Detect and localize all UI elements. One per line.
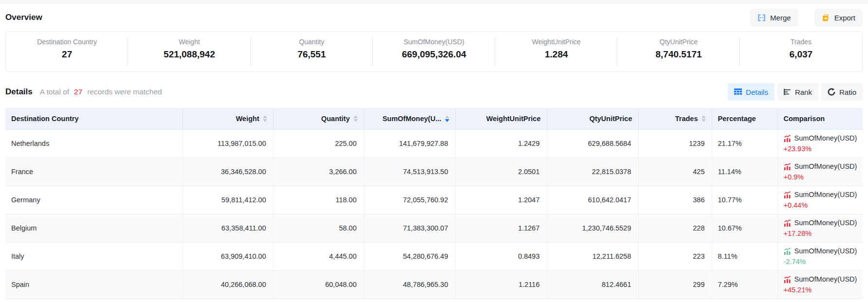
comparison-metric: SumOfMoney(USD)	[794, 191, 857, 198]
comparison-metric: SumOfMoney(USD)	[794, 275, 857, 283]
comparison-change: +17.28%	[784, 230, 857, 237]
export-button[interactable]: Export	[814, 9, 863, 27]
merge-button[interactable]: Merge	[750, 9, 798, 27]
stat-value: 521,088,942	[128, 49, 250, 60]
stat-value: 76,551	[251, 49, 373, 60]
comparison-change: +45.21%	[784, 286, 857, 294]
cell-percentage: 8.11%	[712, 242, 777, 270]
details-heading: Details	[5, 87, 33, 97]
column-header-percentage: Percentage	[712, 108, 777, 129]
table-row: Germany 59,811,412.00 118.00 72,055,760.…	[5, 186, 863, 214]
cell-destination-country: Netherlands	[5, 129, 183, 158]
cell-comparison: SumOfMoney(USD) +45.21%	[777, 270, 863, 299]
cell-destination-country: Spain	[5, 270, 183, 299]
stat-sum-of-money: SumOfMoney(USD) 669,095,326.04	[373, 32, 495, 71]
comparison-metric: SumOfMoney(USD)	[794, 162, 857, 170]
cell-quantity: 225.00	[273, 129, 364, 158]
sort-carets-icon[interactable]	[702, 115, 706, 122]
cell-qty-unit-price: 812.4661	[547, 270, 638, 299]
column-header-weight[interactable]: Weight	[183, 108, 273, 129]
merge-icon	[757, 14, 766, 22]
stat-destination-country: Destination Country 27	[6, 32, 128, 71]
comparison-metric: SumOfMoney(USD)	[794, 247, 857, 255]
sort-carets-icon[interactable]	[445, 115, 449, 122]
cell-trades: 223	[638, 242, 712, 270]
stat-label: SumOfMoney(USD)	[373, 38, 495, 46]
tab-rank[interactable]: Rank	[777, 83, 818, 101]
sort-carets-icon[interactable]	[263, 115, 267, 122]
details-heading-group: Details A total of27records were matched	[5, 87, 162, 97]
page: Overview Merge	[0, 8, 868, 299]
view-tabs: Details Rank	[728, 83, 863, 101]
cell-qty-unit-price: 12,211.6258	[547, 242, 638, 270]
stat-label: Weight	[128, 38, 250, 46]
mini-bar-chart-icon	[784, 276, 791, 283]
comparison-change: +23.93%	[784, 145, 857, 153]
cell-trades: 1239	[638, 129, 712, 158]
comparison-metric: SumOfMoney(USD)	[794, 219, 857, 227]
cell-comparison: SumOfMoney(USD) +17.28%	[777, 214, 863, 242]
mini-bar-chart-icon	[784, 191, 791, 198]
column-header-quantity[interactable]: Quantity	[273, 108, 364, 129]
sort-carets-icon[interactable]	[353, 115, 358, 122]
cell-destination-country: France	[5, 158, 183, 186]
details-table: Destination Country Weight Quantity	[5, 108, 863, 299]
tab-ratio[interactable]: Ratio	[821, 83, 863, 101]
cell-quantity: 4,445.00	[273, 242, 364, 270]
table-header-row: Destination Country Weight Quantity	[5, 108, 863, 129]
cell-weight: 63,909,410.00	[183, 242, 273, 270]
cell-weight-unit-price: 1.1267	[455, 214, 547, 242]
cell-sum-of-money: 48,786,965.30	[364, 270, 455, 299]
cell-percentage: 7.29%	[712, 270, 777, 299]
stat-value: 27	[6, 49, 128, 60]
comparison-change: +0.9%	[784, 173, 857, 181]
cell-percentage: 11.14%	[712, 158, 777, 186]
column-header-sum-of-money[interactable]: SumOfMoney(U...	[364, 108, 455, 129]
mini-bar-chart-icon	[784, 135, 791, 142]
topbar: Overview Merge	[5, 8, 863, 27]
cell-comparison: SumOfMoney(USD) +23.93%	[777, 129, 863, 158]
tab-details[interactable]: Details	[728, 83, 775, 101]
stat-trades: Trades 6,037	[740, 32, 862, 71]
table-row: Belgium 63,358,411.00 58.00 71,383,300.0…	[5, 214, 863, 242]
stat-label: Quantity	[251, 38, 373, 46]
table-row: Spain 40,266,068.00 60,048.00 48,786,965…	[5, 270, 863, 299]
mini-bar-chart-icon	[784, 219, 791, 227]
column-header-trades[interactable]: Trades	[638, 108, 712, 129]
cell-comparison: SumOfMoney(USD) -2.74%	[777, 242, 863, 270]
column-header-weight-unit-price: WeightUnitPrice	[455, 108, 547, 129]
stat-value: 6,037	[740, 49, 862, 60]
stat-label: WeightUnitPrice	[495, 38, 617, 46]
cell-qty-unit-price: 629,688.5684	[547, 129, 638, 158]
tab-ratio-label: Ratio	[839, 88, 856, 96]
cell-weight-unit-price: 1.2116	[455, 270, 547, 299]
stat-value: 1.284	[495, 49, 617, 60]
cell-sum-of-money: 54,280,676.49	[364, 242, 455, 270]
cell-qty-unit-price: 610,642.0417	[547, 186, 638, 214]
cell-weight: 113,987,015.00	[183, 129, 273, 158]
column-header-destination-country: Destination Country	[5, 108, 183, 129]
cell-percentage: 10.77%	[712, 186, 777, 214]
details-bar: Details A total of27records were matched…	[5, 83, 863, 101]
stat-value: 669,095,326.04	[373, 49, 495, 60]
cell-destination-country: Italy	[5, 242, 183, 270]
cell-quantity: 60,048.00	[273, 270, 364, 299]
stat-weight-unit-price: WeightUnitPrice 1.284	[495, 32, 617, 71]
mini-bar-chart-icon	[784, 163, 791, 170]
tab-rank-label: Rank	[795, 88, 812, 96]
cell-sum-of-money: 74,513,913.50	[364, 158, 455, 186]
cell-quantity: 58.00	[273, 214, 364, 242]
mini-bar-chart-icon	[784, 248, 791, 255]
table-row: Italy 63,909,410.00 4,445.00 54,280,676.…	[5, 242, 863, 270]
cell-trades: 386	[638, 186, 712, 214]
cell-weight: 59,811,412.00	[183, 186, 273, 214]
cell-weight: 40,266,068.00	[183, 270, 273, 299]
stat-quantity: Quantity 76,551	[251, 32, 373, 71]
cell-trades: 299	[638, 270, 712, 299]
cell-weight: 63,358,411.00	[183, 214, 273, 242]
column-header-comparison: Comparison	[777, 108, 863, 129]
cell-trades: 425	[638, 158, 712, 186]
cell-comparison: SumOfMoney(USD) +0.44%	[777, 186, 863, 214]
cell-weight-unit-price: 1.2429	[455, 129, 547, 158]
comparison-metric: SumOfMoney(USD)	[794, 134, 857, 142]
